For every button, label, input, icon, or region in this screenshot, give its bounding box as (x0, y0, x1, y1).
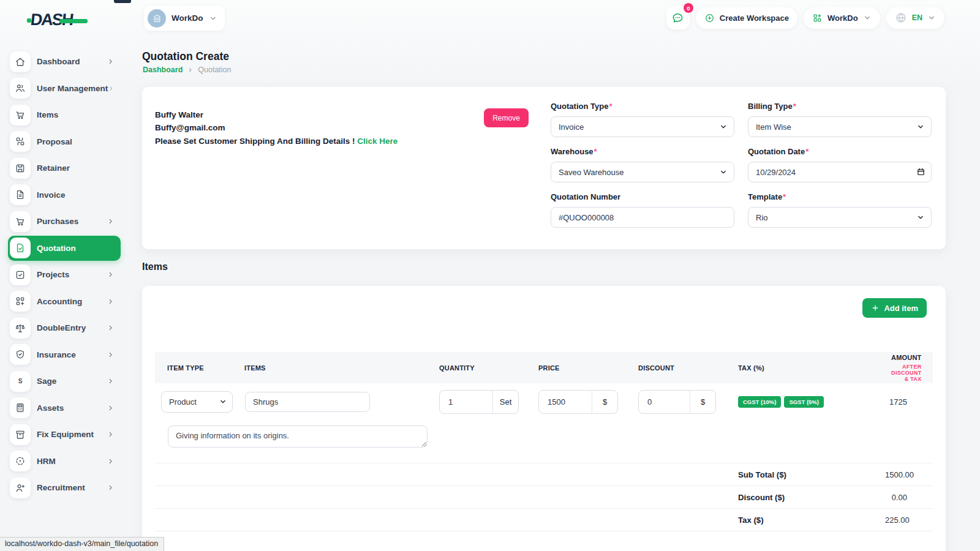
sidebar-item-doubleentry[interactable]: DoubleEntry (8, 315, 121, 341)
sidebar-item-label: User Management (37, 84, 108, 93)
sidebar-item-label: Accounting (37, 297, 82, 306)
globe-icon (895, 12, 907, 24)
sidebar-item-items[interactable]: Items (8, 102, 121, 128)
sidebar-item-accounting[interactable]: Accounting (8, 289, 121, 315)
item-type-select[interactable]: Product (161, 391, 233, 413)
sidebar-item-assets[interactable]: Assets (8, 395, 121, 421)
sidebar-item-label: Items (37, 110, 58, 119)
home-icon (15, 56, 26, 67)
status-bar-url: localhost/workdo-dash-v3/main_file/quota… (0, 537, 164, 551)
tax-badges: CGST (10%) SGST (5%) (732, 396, 885, 408)
col-tax: TAX (%) (732, 364, 885, 372)
sidebar-item-invoice[interactable]: Invoice (8, 182, 121, 208)
total-row-sub-total: Sub Total ($) 1500.00 (155, 463, 933, 486)
language-button[interactable]: EN (886, 7, 944, 29)
retainer-icon (15, 163, 26, 174)
user-plus-icon (15, 482, 26, 493)
billing-type-select[interactable]: Item Wise (748, 116, 932, 137)
chevron-right-icon (107, 351, 115, 359)
sidebar-item-insurance[interactable]: Insurance (8, 342, 121, 368)
sidebar-item-quotation[interactable]: Quotation (8, 236, 121, 261)
customer-info: Buffy Walter Buffy@gmail.com Please Set … (155, 108, 398, 148)
customer-email: Buffy@gmail.com (155, 121, 398, 134)
proposal-icon (15, 136, 26, 147)
sidebar-item-recruitment[interactable]: Recruitment (8, 475, 121, 501)
amount-value: 1725 (885, 397, 933, 407)
sage-icon: S (15, 376, 26, 387)
scales-icon (15, 323, 26, 334)
cart-icon (15, 110, 26, 121)
total-label: Sub Total ($) (732, 470, 885, 479)
col-quantity: QUANTITY (433, 364, 532, 372)
total-value: 0.00 (885, 493, 933, 502)
quantity-group: Set (439, 390, 519, 414)
field-quotation-type: Quotation Type* Invoice (551, 102, 734, 137)
customer-name: Buffy Walter (155, 108, 398, 121)
sidebar-item-dashboard[interactable]: Dashboard (8, 49, 121, 75)
messages-button[interactable]: 0 (666, 6, 690, 29)
add-item-button[interactable]: Add item (862, 298, 927, 318)
warehouse-select[interactable]: Saveo Warehouse (551, 162, 734, 182)
sidebar-item-label: Fix Equipment (37, 430, 94, 439)
add-item-label: Add item (884, 304, 918, 313)
price-input[interactable] (539, 397, 592, 407)
sidebar-item-hrm[interactable]: HRM (8, 449, 121, 474)
sidebar-item-label: Purchases (37, 217, 78, 226)
create-workspace-button[interactable]: Create Workspace (696, 7, 797, 29)
workspace-switcher[interactable]: WorkDo (144, 6, 225, 31)
chevron-down-icon (209, 14, 217, 23)
col-price: PRICE (532, 364, 632, 372)
sidebar-item-label: HRM (37, 457, 56, 466)
sidebar-item-sage[interactable]: S Sage (8, 369, 121, 394)
item-description-input[interactable]: Giving information on its origins. (168, 425, 428, 448)
building-icon (152, 13, 162, 23)
sidebar: Dashboard User Management Items Proposal (0, 37, 129, 551)
remove-customer-button[interactable]: Remove (484, 108, 529, 127)
page-title: Quotation Create (142, 50, 229, 63)
required-marker: * (783, 192, 786, 201)
sidebar-item-fix-equipment[interactable]: Fix Equipment (8, 422, 121, 448)
required-marker: * (609, 102, 612, 111)
total-label: Discount ($) (732, 493, 885, 502)
quotation-type-select[interactable]: Invoice (551, 116, 734, 137)
sidebar-item-projects[interactable]: Projects (8, 262, 121, 288)
sidebar-item-label: Retainer (37, 163, 70, 173)
grid-icon (812, 13, 823, 23)
breadcrumb: Dashboard Quotation (143, 66, 232, 74)
shipping-details-link[interactable]: Click Here (357, 137, 398, 146)
discount-input[interactable] (639, 397, 690, 407)
sidebar-item-label: Assets (37, 403, 64, 413)
sidebar-item-proposal[interactable]: Proposal (8, 129, 121, 155)
equipment-icon (15, 429, 26, 440)
total-value: 1500.00 (885, 470, 940, 479)
workspace-menu-button[interactable]: WorkDo (804, 7, 880, 29)
sidebar-item-purchases[interactable]: Purchases (8, 209, 121, 234)
items-heading: Items (142, 261, 168, 272)
tax-badge-sgst: SGST (5%) (784, 396, 824, 408)
item-name-input[interactable] (245, 392, 370, 412)
svg-text:S: S (18, 378, 23, 384)
sidebar-item-label: DoubleEntry (37, 323, 86, 332)
chevron-right-icon (107, 298, 115, 305)
template-select[interactable]: Rio (748, 207, 932, 228)
breadcrumb-link-dashboard[interactable]: Dashboard (143, 66, 183, 74)
quotation-date-input[interactable] (748, 162, 932, 182)
totals: Sub Total ($) 1500.00 Discount ($) 0.00 … (155, 463, 933, 531)
users-icon (15, 83, 26, 94)
tax-badge-cgst: CGST (10%) (738, 396, 781, 408)
sidebar-item-label: Recruitment (37, 483, 85, 492)
workspace-avatar (148, 9, 166, 28)
sidebar-item-user-management[interactable]: User Management (8, 76, 121, 102)
col-discount: DISCOUNT (632, 364, 732, 372)
field-warehouse: Warehouse* Saveo Warehouse (551, 147, 734, 182)
quantity-unit: Set (492, 391, 518, 413)
sidebar-item-label: Proposal (37, 137, 72, 146)
field-quotation-date: Quotation Date* (748, 147, 932, 182)
chevron-right-icon (107, 377, 115, 385)
quotation-details-card: Buffy Walter Buffy@gmail.com Please Set … (142, 87, 946, 249)
quotation-number-input[interactable] (551, 207, 734, 228)
quantity-input[interactable] (440, 397, 492, 407)
sidebar-item-label: Sage (37, 377, 56, 386)
sidebar-item-retainer[interactable]: Retainer (8, 156, 121, 181)
logo-dash-bar (59, 19, 88, 23)
